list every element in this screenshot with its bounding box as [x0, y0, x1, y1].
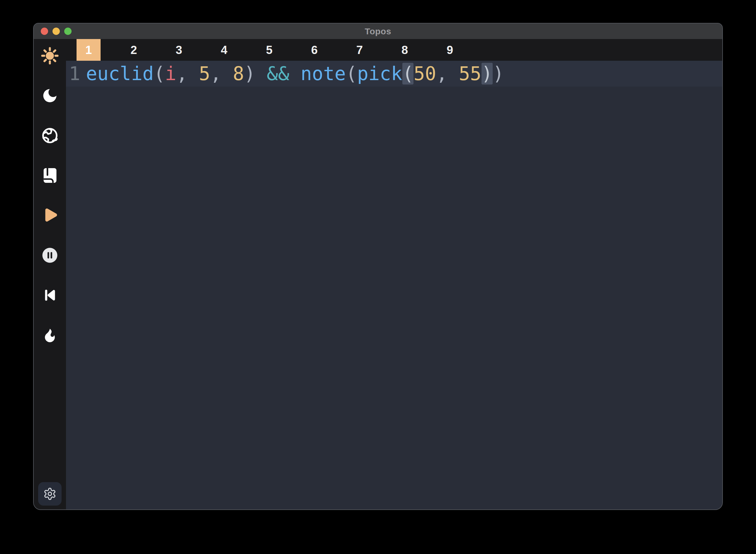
tab-7[interactable]: 7 [337, 39, 382, 61]
code-token: ( [346, 63, 357, 85]
play-icon [41, 206, 59, 224]
main-panel: 123456789 1 euclid(i, 5, 8) && note(pick… [66, 39, 722, 509]
code-editor[interactable]: 1 euclid(i, 5, 8) && note(pick(50, 55)) [66, 61, 722, 509]
sidebar-button-play[interactable] [40, 206, 60, 225]
tab-8[interactable]: 8 [382, 39, 427, 61]
tab-bar: 123456789 [66, 39, 722, 61]
editor-active-line[interactable]: 1 euclid(i, 5, 8) && note(pick(50, 55)) [66, 61, 722, 87]
code-token: ) [244, 63, 266, 85]
sidebar-button-flame[interactable] [40, 325, 60, 345]
window-body: 123456789 1 euclid(i, 5, 8) && note(pick… [34, 39, 722, 509]
tab-3[interactable]: 3 [156, 39, 201, 61]
code-token: ) [482, 63, 493, 85]
globe-icon [41, 126, 59, 145]
sidebar-button-globe[interactable] [40, 126, 60, 145]
code-token: note [301, 63, 346, 85]
code-token: i [165, 63, 177, 85]
gear-icon [43, 487, 57, 501]
sidebar-button-sun[interactable] [40, 46, 60, 65]
code-token: , [176, 63, 199, 85]
code-token: euclid [86, 63, 154, 85]
zoom-button[interactable] [64, 27, 72, 35]
skip-back-icon [42, 287, 58, 303]
traffic-lights [41, 27, 72, 35]
tab-9[interactable]: 9 [427, 39, 472, 61]
code-token [290, 63, 301, 85]
code-token: 8 [233, 63, 244, 85]
sidebar-button-skip-back[interactable] [40, 285, 60, 305]
sun-icon [41, 46, 59, 65]
code-token: , [436, 63, 459, 85]
code-token: , [210, 63, 233, 85]
code-line[interactable]: euclid(i, 5, 8) && note(pick(50, 55)) [86, 63, 504, 85]
titlebar[interactable]: Topos [34, 23, 722, 39]
tab-1[interactable]: 1 [76, 39, 101, 61]
sidebar [34, 39, 66, 509]
close-button[interactable] [41, 27, 48, 35]
code-token: 55 [459, 63, 482, 85]
code-token: 5 [199, 63, 210, 85]
flame-icon [41, 327, 58, 344]
moon-icon [41, 87, 59, 105]
code-token: ( [154, 63, 165, 85]
line-number: 1 [69, 63, 83, 85]
sidebar-button-moon[interactable] [40, 86, 60, 105]
minimize-button[interactable] [53, 27, 60, 35]
tab-2[interactable]: 2 [111, 39, 156, 61]
settings-button[interactable] [38, 482, 62, 506]
tab-6[interactable]: 6 [292, 39, 337, 61]
code-token: ( [402, 63, 414, 85]
code-token: 50 [414, 63, 436, 85]
tab-4[interactable]: 4 [201, 39, 247, 61]
tab-5[interactable]: 5 [247, 39, 292, 61]
code-token: && [267, 63, 290, 85]
code-token: pick [357, 63, 402, 85]
pause-icon [41, 246, 59, 264]
app-window: Topos [33, 23, 723, 510]
sidebar-button-pause[interactable] [40, 245, 60, 265]
window-title: Topos [34, 26, 722, 36]
book-icon [41, 167, 59, 184]
code-token: ) [493, 63, 504, 85]
sidebar-button-book[interactable] [40, 166, 60, 185]
